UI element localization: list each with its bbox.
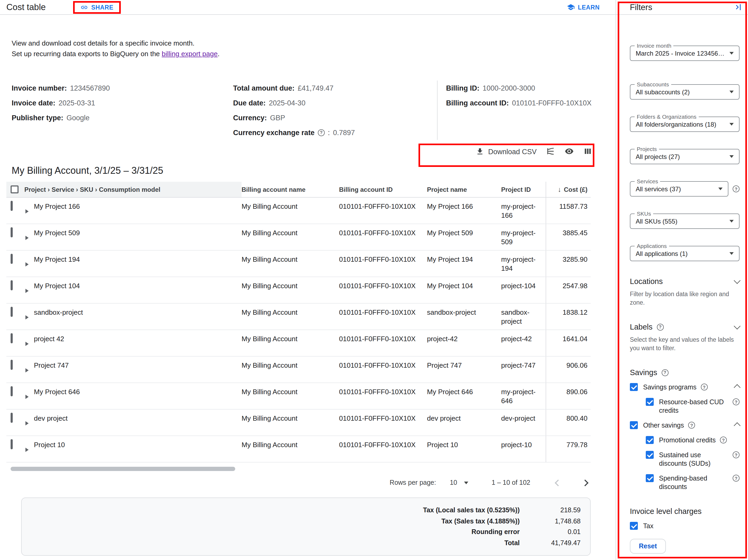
expand-row-icon[interactable] [25, 395, 29, 399]
row-checkbox[interactable] [10, 280, 13, 290]
help-icon[interactable]: ? [733, 398, 740, 405]
row-checkbox[interactable] [10, 307, 13, 317]
promotional-credits-checkbox[interactable] [646, 436, 654, 444]
expand-row-icon[interactable] [25, 448, 29, 452]
filter-subaccounts[interactable]: Subaccounts All subaccounts (2) [630, 84, 740, 100]
filter-folders-organizations[interactable]: Folders & Organizations All folders/orga… [630, 117, 740, 132]
chevron-up-icon[interactable] [734, 384, 740, 391]
cell-cost: 2547.98 [546, 277, 591, 303]
help-icon[interactable]: ? [688, 422, 695, 428]
locations-description: Filter by location data like region and … [630, 290, 740, 307]
savings-programs-row: Savings programs ? [630, 383, 740, 392]
cell-project-name: My Project 104 [427, 277, 501, 303]
billing-period-title: My Billing Account, 3/1/25 – 3/31/25 [11, 165, 615, 177]
filter-applications[interactable]: Applications All applications (1) [630, 246, 740, 261]
sort-desc-icon: ↓ [558, 185, 561, 193]
cell-billing-account-id: 010101-F0FFF0-10X10X [339, 436, 427, 462]
cell-project-tree: My Project 104 [34, 282, 80, 290]
expand-row-icon[interactable] [25, 368, 29, 372]
cell-project-name: Project 10 [427, 436, 501, 462]
resource-cud-credits-label: Resource-based CUD credits [659, 398, 728, 415]
help-icon[interactable]: ? [657, 323, 663, 330]
col-header-cost[interactable]: ↓ Cost (£) [546, 182, 591, 197]
chevron-up-icon[interactable] [734, 422, 740, 429]
filter-projects[interactable]: Projects All projects (27) [630, 149, 740, 164]
labels-header[interactable]: Labels ? [630, 323, 740, 331]
savings-header: Savings ? [630, 368, 740, 377]
billing-id-value: 1000-2000-3000 [483, 84, 535, 92]
sankey-chart-button[interactable] [546, 147, 555, 156]
col-header-billing-account-id: Billing account ID [339, 182, 427, 197]
row-checkbox[interactable] [10, 413, 13, 423]
expand-row-icon[interactable] [25, 209, 29, 213]
help-icon[interactable]: ? [701, 383, 708, 391]
intro-line2-prefix: Set up recurring data exports to BigQuer… [11, 50, 162, 58]
table-row: My Project 509 My Billing Account 010101… [6, 224, 591, 251]
cell-project-tree: My Project 166 [34, 202, 80, 211]
cell-billing-account-name: My Billing Account [241, 251, 339, 277]
dropdown-arrow-icon [729, 91, 734, 93]
help-icon[interactable]: ? [318, 129, 325, 136]
expand-row-icon[interactable] [25, 421, 29, 425]
previous-page-button[interactable] [555, 479, 561, 486]
expand-row-icon[interactable] [25, 236, 29, 240]
collapse-filters-button[interactable] [734, 2, 743, 12]
cell-cost: 3885.45 [546, 224, 591, 250]
help-icon[interactable]: ? [661, 369, 668, 376]
row-checkbox[interactable] [10, 254, 13, 264]
download-csv-button[interactable]: Download CSV [476, 147, 537, 156]
dropdown-arrow-icon [729, 155, 734, 158]
cell-billing-account-id: 010101-F0FFF0-10X10X [339, 304, 427, 329]
row-checkbox[interactable] [10, 386, 13, 396]
rows-per-page-value: 10 [450, 479, 457, 486]
help-icon[interactable]: ? [733, 185, 740, 192]
learn-button[interactable]: LEARN [567, 3, 600, 11]
filter-skus[interactable]: SKUs All SKUs (555) [630, 213, 740, 229]
resource-cud-credits-checkbox[interactable] [646, 398, 654, 406]
row-checkbox[interactable] [10, 360, 13, 370]
cell-billing-account-id: 010101-F0FFF0-10X10X [339, 330, 427, 356]
row-checkbox[interactable] [10, 439, 13, 449]
expand-row-icon[interactable] [25, 289, 29, 293]
table-row: project 42 My Billing Account 010101-F0F… [6, 330, 591, 356]
help-icon[interactable]: ? [733, 451, 740, 458]
total-due-label: Total amount due: [233, 84, 295, 92]
other-savings-label: Other savings [643, 421, 684, 430]
row-checkbox[interactable] [10, 333, 13, 343]
filter-invoice-month[interactable]: Invoice month March 2025 - Invoice 12345… [630, 46, 740, 61]
tax-checkbox[interactable] [630, 522, 638, 530]
rows-per-page-select[interactable]: 10 [450, 479, 468, 486]
spending-based-discounts-checkbox[interactable] [646, 474, 654, 482]
select-all-checkbox[interactable] [10, 185, 19, 193]
expand-row-icon[interactable] [25, 315, 29, 320]
chevron-down-icon [734, 277, 740, 283]
next-page-button[interactable] [582, 479, 588, 486]
billing-export-link[interactable]: billing export page [162, 50, 218, 58]
column-settings-button[interactable] [583, 147, 592, 156]
invoice-date-value: 2025-03-31 [59, 99, 95, 107]
cell-billing-account-name: My Billing Account [241, 383, 339, 409]
help-icon[interactable]: ? [733, 475, 740, 482]
dropdown-arrow-icon [729, 220, 734, 223]
invoice-summary-col3: Billing ID:1000-2000-3000 Billing accoun… [437, 80, 591, 140]
row-checkbox[interactable] [10, 201, 13, 211]
help-icon[interactable]: ? [720, 437, 727, 443]
expand-row-icon[interactable] [25, 262, 29, 266]
invoice-number-value: 1234567890 [70, 84, 110, 92]
page-range-label: 1 – 10 of 102 [492, 479, 530, 486]
show-hide-columns-button[interactable] [565, 147, 574, 156]
savings-programs-checkbox[interactable] [630, 383, 638, 391]
sustained-use-discounts-checkbox[interactable] [646, 451, 654, 459]
tax-filter-label: Tax [643, 522, 653, 530]
filter-services[interactable]: Services All services (37) [630, 181, 728, 196]
horizontal-scrollbar-thumb[interactable] [10, 467, 235, 471]
expand-row-icon[interactable] [25, 342, 29, 346]
locations-header[interactable]: Locations [630, 277, 740, 285]
filter-label: Folders & Organizations [635, 113, 699, 120]
share-button[interactable]: SHARE [81, 3, 114, 11]
table-row: dev project My Billing Account 010101-F0… [6, 410, 591, 436]
cell-project-tree: sandbox-project [34, 308, 83, 317]
row-checkbox[interactable] [10, 227, 13, 237]
other-savings-checkbox[interactable] [630, 421, 638, 429]
reset-filters-button[interactable]: Reset [630, 539, 666, 554]
